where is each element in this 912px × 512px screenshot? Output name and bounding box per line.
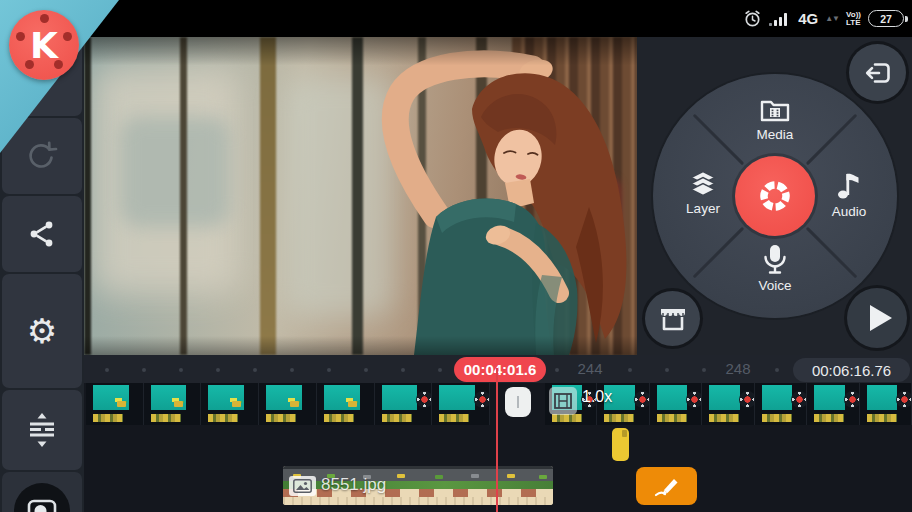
share-icon [28,220,56,248]
film-strip-icon [554,393,572,409]
ruler-tick [253,368,257,372]
ruler-tick [364,368,368,372]
video-frame-thumb [702,383,754,425]
ruler-tick [775,368,779,372]
expand-timeline-icon [22,412,62,448]
status-bar: 4G ▲▼ Vo)) LTE 27 [0,0,912,37]
video-frame-thumb [755,383,807,425]
video-frame-thumb [375,383,433,425]
music-note-icon [835,170,863,200]
reel-hole [25,60,34,69]
wheel-divider [806,114,858,166]
kinemaster-logo: K [9,10,79,80]
ruler-tick [628,368,632,372]
battery-icon: 27 [868,10,904,27]
video-frame-thumb [860,383,912,425]
asset-store-button[interactable] [645,291,700,346]
audio-label: Audio [832,204,867,219]
video-frame-thumb [201,383,259,425]
total-duration-pill: 00:06:16.76 [793,358,910,382]
media-button[interactable]: Media [737,96,813,142]
media-label: Media [757,127,794,142]
frame-target-glyph [739,391,755,408]
settings-button[interactable]: ⚙ [2,274,82,388]
image-clip[interactable]: 8551.jpg [283,466,553,505]
video-frame-thumb [86,383,144,425]
play-icon [870,305,892,331]
timeline-expand-button[interactable] [2,390,82,470]
ruler-tick [290,368,294,372]
layer-clip-yellow[interactable] [612,428,629,461]
frame-mini-glyph [232,401,241,407]
ruler-tick [438,368,442,372]
redo-icon [25,140,59,172]
data-activity-icon: ▲▼ [825,14,839,23]
exit-project-icon [863,58,893,88]
capture-camera-icon [26,497,58,512]
ruler-tick [665,368,669,372]
voice-button[interactable]: Voice [737,244,813,293]
ruler-tick [216,368,220,372]
media-folder-icon [759,96,791,123]
play-button[interactable] [847,288,907,348]
status-icons: 4G ▲▼ Vo)) LTE 27 [743,0,904,37]
current-time-pill: 00:04:01.6 [454,357,546,382]
ruler-tick [702,368,706,372]
reel-hole [16,32,25,41]
ruler-tick [105,368,109,372]
action-wheel: Media Layer Audio Voice [653,74,897,318]
aperture-icon [755,176,795,216]
video-track-left[interactable] [86,383,490,425]
capture-circle [14,483,70,512]
layer-label: Layer [686,201,720,216]
image-icon [289,476,316,496]
speed-label: 1.0x [582,388,612,406]
playhead[interactable] [496,368,498,512]
frame-target-glyph [791,391,807,408]
video-frame-thumb [259,383,317,425]
frame-target-glyph [634,391,650,408]
capture-center-button[interactable] [735,156,815,236]
gear-icon: ⚙ [27,314,57,348]
microphone-icon [762,244,788,274]
video-frame-thumb [807,383,859,425]
video-frame-thumb [317,383,375,425]
reel-hole [40,14,49,23]
frame-mini-glyph [174,401,183,407]
video-frame-thumb [144,383,202,425]
asset-store-icon [658,305,688,333]
network-type-label: 4G [798,10,818,27]
reel-hole [63,32,72,41]
alarm-icon [743,9,762,28]
ruler-tick [327,368,331,372]
signal-icon [769,11,791,27]
logo-letter: K [30,25,58,66]
frame-target-glyph [686,391,702,408]
ruler-tick [555,368,559,372]
clip-trim-handle[interactable] [505,387,531,417]
ruler-tick [142,368,146,372]
audio-button[interactable]: Audio [811,170,887,219]
video-frame-thumb [432,383,490,425]
share-button[interactable] [2,196,82,272]
ruler-tick [401,368,405,372]
frame-mini-glyph [290,401,299,407]
preview-vignette [84,37,637,355]
video-frame-thumb [650,383,702,425]
frame-mini-glyph [348,401,357,407]
volte-indicator: Vo)) LTE [846,11,861,27]
frame-mini-glyph [117,401,126,407]
exit-project-button[interactable] [849,44,906,101]
capture-button[interactable] [2,472,82,512]
layers-icon [687,170,719,197]
ruler-second-label: 248 [725,360,750,377]
voice-label: Voice [758,278,791,293]
image-clip-filename: 8551.jpg [321,475,386,495]
frame-target-glyph [474,391,490,408]
layer-button[interactable]: Layer [665,170,741,216]
ruler-second-label: 244 [577,360,602,377]
handwriting-clip[interactable] [636,467,697,505]
speed-badge [549,387,577,415]
video-preview[interactable] [84,37,637,355]
frame-target-glyph [416,391,432,408]
